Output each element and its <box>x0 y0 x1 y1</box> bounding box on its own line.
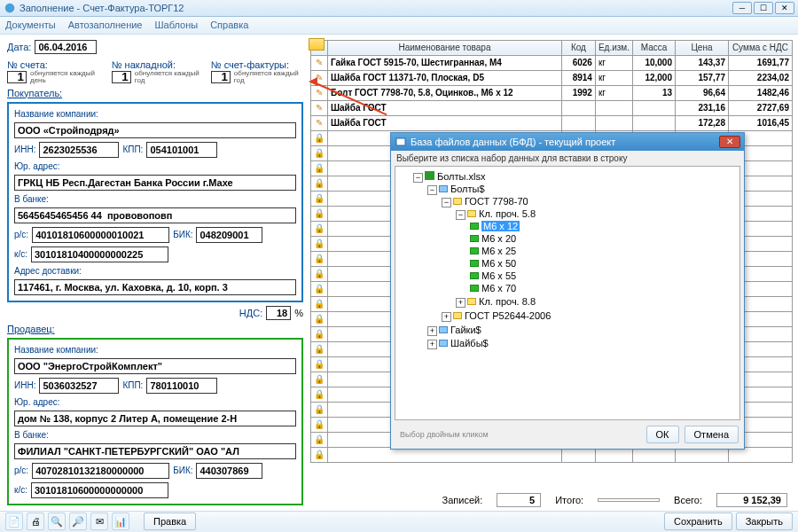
expand-icon[interactable]: − <box>413 173 423 183</box>
item-icon <box>470 247 479 254</box>
seller-rs-input[interactable] <box>32 463 169 479</box>
tool-search-icon[interactable]: 🔍 <box>48 512 66 530</box>
sheet-icon <box>439 185 448 192</box>
menu-help[interactable]: Справка <box>210 20 248 30</box>
menu-templates[interactable]: Шаблоны <box>155 20 199 30</box>
tool-print-icon[interactable]: 🖨 <box>27 512 44 530</box>
item-icon <box>470 272 479 279</box>
table-row[interactable]: ✎Шайба ГОСТ 11371-70, Плоская, D58914кг1… <box>311 70 793 85</box>
tree-item[interactable]: М6 x 25 <box>470 245 736 257</box>
vat-input[interactable] <box>266 306 291 320</box>
records-count: 5 <box>497 493 541 507</box>
tree-item[interactable]: М6 x 12 <box>470 220 736 232</box>
seller-addr-input[interactable] <box>14 411 296 426</box>
buyer-ks-input[interactable] <box>31 246 168 262</box>
save-button[interactable]: Сохранить <box>664 512 732 530</box>
buyer-deliv-input[interactable] <box>14 279 296 295</box>
dialog-icon <box>395 136 407 148</box>
expand-grid-button[interactable] <box>309 38 325 51</box>
item-icon <box>470 285 479 292</box>
seller-ks-input[interactable] <box>31 482 168 498</box>
table-row[interactable]: 🔒 <box>311 447 793 462</box>
tree-item[interactable]: М6 x 55 <box>470 270 736 282</box>
svg-rect-1 <box>396 138 405 145</box>
buyer-company-input[interactable] <box>14 122 296 138</box>
min-button[interactable]: ─ <box>732 2 752 14</box>
factura-no-input[interactable] <box>211 71 231 83</box>
tree-item[interactable]: М6 x 20 <box>470 232 736 245</box>
buyer-addr-input[interactable] <box>14 175 296 191</box>
edit-button[interactable]: Правка <box>144 512 196 530</box>
date-input[interactable] <box>35 40 97 54</box>
invoice-no-label: № счета: <box>7 59 48 70</box>
buyer-bank-input[interactable] <box>14 207 296 223</box>
lock-icon: 🔒 <box>311 372 328 387</box>
menubar: Документы Автозаполнение Шаблоны Справка <box>0 17 798 34</box>
lock-icon: 🔒 <box>311 160 328 176</box>
data-tree[interactable]: −Болты.xlsx −Болты$ −ГОСТ 7798-70 −Кл. п… <box>395 166 740 420</box>
lock-icon: 🔒 <box>311 432 328 447</box>
lock-icon: 🔒 <box>311 281 328 296</box>
close-button[interactable]: ✕ <box>775 2 794 14</box>
table-row[interactable]: ✎Болт ГОСТ 7798-70, 5.8, Оцинков., М6 x … <box>311 85 793 100</box>
buyer-title: Покупатель: <box>7 88 303 98</box>
buyer-inn-input[interactable] <box>39 142 119 158</box>
seller-bik-input[interactable] <box>196 463 262 479</box>
dialog-cancel-button[interactable]: Отмена <box>685 426 739 443</box>
seller-group: Название компании: ИНН: КПП: Юр. адрес: … <box>7 338 303 505</box>
item-icon <box>470 223 479 230</box>
buyer-group: Название компании: ИНН: КПП: Юр. адрес: … <box>7 102 303 302</box>
app-icon <box>4 2 16 14</box>
excel-icon <box>425 171 434 180</box>
buyer-bik-input[interactable] <box>196 227 262 243</box>
tool-new-icon[interactable]: 📄 <box>5 512 23 530</box>
folder-icon <box>453 198 462 205</box>
table-row[interactable]: ✎Гайка ГОСТ 5915-70, Шестигранная, М4602… <box>311 55 793 70</box>
tool-preview-icon[interactable]: 🔎 <box>69 512 87 530</box>
waybill-no-label: № накладной: <box>112 59 176 70</box>
table-row[interactable]: ✎Шайба ГОСТ172,281016,45 <box>311 115 793 130</box>
buyer-kpp-input[interactable] <box>146 142 217 158</box>
bfd-dialog: База файлов данных (БФД) - текущий проек… <box>390 132 745 450</box>
lock-icon: 🔒 <box>311 296 328 311</box>
lock-icon: 🔒 <box>311 447 328 462</box>
lock-icon: 🔒 <box>311 206 328 221</box>
svg-point-0 <box>5 4 15 13</box>
tree-item[interactable]: М6 x 50 <box>470 257 736 270</box>
dialog-hint: Выберите из списка набор данных для вста… <box>391 151 744 166</box>
dialog-ok-button[interactable]: ОК <box>646 426 679 443</box>
seller-title: Продавец: <box>7 324 303 334</box>
tool-export-icon[interactable]: 📊 <box>112 512 129 530</box>
left-pane: Дата: № счета: обнуляется каждый день № … <box>0 35 310 511</box>
tree-item[interactable]: М6 x 70 <box>470 282 736 294</box>
edit-row-icon[interactable]: ✎ <box>311 115 328 130</box>
lock-icon: 🔒 <box>311 402 328 417</box>
lock-icon: 🔒 <box>311 251 328 266</box>
buyer-rs-input[interactable] <box>32 227 169 243</box>
lock-icon: 🔒 <box>311 130 328 145</box>
seller-company-input[interactable] <box>14 358 296 374</box>
grid-footer: Записей: 5 Итого: Всего: 9 152,39 <box>310 489 793 511</box>
lock-icon: 🔒 <box>311 341 328 356</box>
edit-row-icon[interactable]: ✎ <box>311 100 328 115</box>
waybill-no-input[interactable] <box>112 71 131 83</box>
dialog-close-button[interactable]: ✕ <box>719 136 740 148</box>
lock-icon: 🔒 <box>311 145 328 160</box>
max-button[interactable]: ☐ <box>754 2 773 14</box>
edit-row-icon[interactable]: ✎ <box>311 55 328 70</box>
bottom-toolbar: 📄 🖨 🔍 🔎 ✉ 📊 Правка Сохранить Закрыть <box>0 511 798 532</box>
close-app-button[interactable]: Закрыть <box>736 512 793 530</box>
date-label: Дата: <box>7 42 31 52</box>
tool-mail-icon[interactable]: ✉ <box>90 512 108 530</box>
seller-bank-input[interactable] <box>14 443 296 459</box>
seller-inn-input[interactable] <box>39 378 119 394</box>
factura-no-label: № счет-фактуры: <box>211 59 289 70</box>
item-icon <box>470 235 479 242</box>
menu-autofill[interactable]: Автозаполнение <box>68 20 143 30</box>
menu-documents[interactable]: Документы <box>5 20 56 30</box>
lock-icon: 🔒 <box>311 417 328 432</box>
lock-icon: 🔒 <box>311 387 328 402</box>
invoice-no-input[interactable] <box>7 71 27 83</box>
seller-kpp-input[interactable] <box>146 378 217 394</box>
item-icon <box>470 260 479 267</box>
